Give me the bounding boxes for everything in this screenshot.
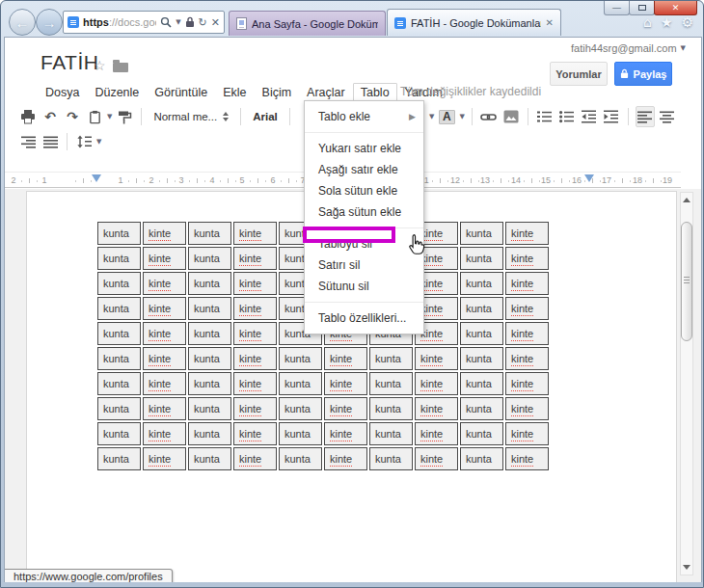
menubar-item-araçlar[interactable]: Araçlar xyxy=(299,83,353,102)
ruler-indent-marker[interactable] xyxy=(584,174,594,182)
menu-item[interactable]: Sola sütun ekle xyxy=(305,180,423,201)
search-icon[interactable] xyxy=(160,16,172,28)
menu-item[interactable]: Aşağı satır ekle xyxy=(305,159,423,180)
font-dropdown[interactable]: Arial xyxy=(248,106,283,127)
forward-button[interactable]: → xyxy=(36,9,63,36)
ruler-indent-marker[interactable] xyxy=(92,174,101,182)
table-cell[interactable]: kunta xyxy=(188,322,231,345)
web-clipboard-button[interactable] xyxy=(85,106,104,127)
scrollbar-thumb[interactable] xyxy=(681,222,692,341)
back-button[interactable]: ← xyxy=(9,9,36,36)
table-cell[interactable]: kinte xyxy=(143,447,186,470)
tab-ana-sayfa[interactable]: Ana Sayfa - Google Dokümanlar xyxy=(229,11,386,36)
table-cell[interactable]: kinte xyxy=(233,422,277,445)
table-cell[interactable]: kunta xyxy=(369,347,413,370)
table-cell[interactable]: kinte xyxy=(143,372,186,395)
favorites-star-icon[interactable]: ★ xyxy=(661,13,673,31)
table-cell[interactable]: kinte xyxy=(505,372,549,395)
table-cell[interactable]: kinte xyxy=(143,322,186,345)
table-cell[interactable]: kunta xyxy=(460,422,503,445)
table-cell[interactable]: kinte xyxy=(505,297,549,320)
table-cell[interactable]: kinte xyxy=(233,297,277,320)
table-cell[interactable]: kinte xyxy=(233,447,277,470)
address-bar[interactable]: https://docs.goo... ▼ ↻ ✕ xyxy=(63,11,225,34)
highlight-color-button[interactable]: A xyxy=(437,106,456,127)
table-cell[interactable]: kunta xyxy=(188,247,231,270)
decrease-indent-button[interactable] xyxy=(580,106,599,127)
menu-item[interactable]: Sütunu sil xyxy=(305,276,423,297)
table-cell[interactable]: kinte xyxy=(233,222,277,245)
menu-item[interactable]: Satırı sil xyxy=(305,254,423,276)
line-spacing-dropdown-icon[interactable]: ▼ xyxy=(96,138,101,146)
table-cell[interactable]: kunta xyxy=(188,422,231,445)
insert-link-button[interactable] xyxy=(479,106,499,127)
bulleted-list-button[interactable] xyxy=(557,106,577,127)
table-cell[interactable]: kunta xyxy=(279,347,322,370)
table-cell[interactable]: kinte xyxy=(505,222,549,245)
justify-button[interactable] xyxy=(41,131,60,152)
table-cell[interactable]: kunta xyxy=(188,372,231,395)
table-cell[interactable]: kinte xyxy=(233,372,277,395)
styles-dropdown[interactable]: Normal me... xyxy=(149,106,233,127)
table-cell[interactable]: kunta xyxy=(279,447,322,470)
table-cell[interactable]: kinte xyxy=(233,247,277,270)
menu-item[interactable]: Tablo ekle▶ xyxy=(305,106,423,127)
menubar-item-dosya[interactable]: Dosya xyxy=(38,83,87,102)
account-menu[interactable]: fatih44srg@gmail.com ▼ xyxy=(571,42,686,54)
menu-item[interactable]: Tabloyu sil xyxy=(305,233,423,254)
table-cell[interactable]: kunta xyxy=(97,372,141,395)
menubar-item-biçim[interactable]: Biçim xyxy=(255,83,300,102)
document-title[interactable]: FATİH xyxy=(41,51,98,74)
table-cell[interactable]: kunta xyxy=(97,422,141,445)
stop-icon[interactable]: ✕ xyxy=(211,17,220,28)
table-cell[interactable]: kunta xyxy=(279,422,322,445)
table-cell[interactable]: kinte xyxy=(505,272,549,295)
refresh-icon[interactable]: ↻ xyxy=(199,17,207,28)
table-cell[interactable]: kunta xyxy=(369,422,413,445)
table-cell[interactable]: kinte xyxy=(143,222,186,245)
address-dropdown-icon[interactable]: ▼ xyxy=(176,18,180,26)
table-cell[interactable]: kinte xyxy=(505,322,549,345)
minimize-button[interactable]: — xyxy=(604,1,630,15)
insert-image-button[interactable] xyxy=(501,106,521,127)
table-cell[interactable]: kunta xyxy=(97,222,141,245)
table-cell[interactable]: kunta xyxy=(188,297,231,320)
table-cell[interactable]: kinte xyxy=(324,422,367,445)
table-cell[interactable]: kunta xyxy=(188,272,231,295)
star-document-icon[interactable]: ☆ xyxy=(94,58,106,73)
paint-format-button[interactable] xyxy=(115,106,134,127)
table-cell[interactable]: kinte xyxy=(415,397,458,420)
menubar-item-görüntüle[interactable]: Görüntüle xyxy=(147,83,215,102)
table-cell[interactable]: kunta xyxy=(188,447,231,470)
table-cell[interactable]: kunta xyxy=(460,222,503,245)
vertical-scrollbar[interactable] xyxy=(680,192,693,575)
table-cell[interactable]: kinte xyxy=(415,447,458,470)
highlight-dropdown-icon[interactable]: ▼ xyxy=(459,113,464,120)
table-cell[interactable]: kunta xyxy=(97,322,141,345)
table-cell[interactable]: kinte xyxy=(143,297,186,320)
align-left-button[interactable] xyxy=(636,106,655,127)
share-button[interactable]: Paylaş xyxy=(614,62,672,86)
scroll-down-arrow-icon[interactable] xyxy=(681,561,692,574)
tab-fatih-active[interactable]: FATİH - Google Dokümanlar ✕ xyxy=(387,9,561,36)
table-cell[interactable]: kinte xyxy=(233,397,277,420)
table-cell[interactable]: kunta xyxy=(188,222,231,245)
table-cell[interactable]: kinte xyxy=(505,422,549,445)
menu-item[interactable]: Tablo özellikleri... xyxy=(305,307,423,329)
table-cell[interactable]: kunta xyxy=(97,297,141,320)
table-cell[interactable]: kunta xyxy=(460,247,503,270)
menu-item[interactable]: Sağa sütun ekle xyxy=(305,201,423,223)
table-cell[interactable]: kunta xyxy=(369,397,413,420)
table-cell[interactable]: kinte xyxy=(505,247,549,270)
clipboard-dropdown-icon[interactable]: ▼ xyxy=(107,113,112,120)
table-cell[interactable]: kunta xyxy=(279,372,322,395)
table-cell[interactable]: kinte xyxy=(143,272,186,295)
redo-button[interactable]: ↷ xyxy=(63,106,82,127)
undo-button[interactable]: ↶ xyxy=(41,106,60,127)
table-cell[interactable]: kunta xyxy=(97,272,141,295)
table-cell[interactable]: kinte xyxy=(505,447,549,470)
table-cell[interactable]: kunta xyxy=(97,447,141,470)
table-cell[interactable]: kinte xyxy=(324,347,367,370)
table-cell[interactable]: kinte xyxy=(505,397,549,420)
folder-icon[interactable] xyxy=(113,63,128,72)
